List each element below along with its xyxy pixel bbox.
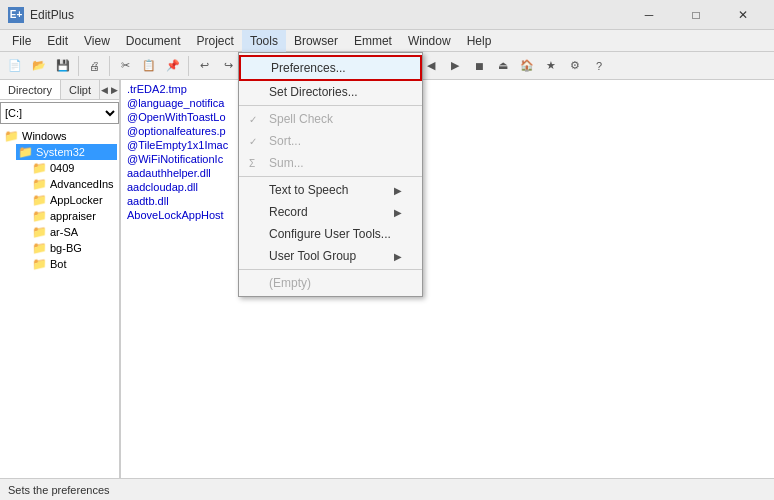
spell-check-label: Spell Check <box>269 112 333 126</box>
title-bar: E+ EditPlus ─ □ ✕ <box>0 0 774 30</box>
tree-indent-children: 📁 0409 📁 AdvancedIns 📁 AppLocker 📁 appra… <box>16 160 117 272</box>
folder-open-icon: 📁 <box>4 129 19 143</box>
window-title: EditPlus <box>30 8 74 22</box>
dropdown-sep-1 <box>239 105 422 106</box>
sidebar-scroll-right[interactable]: ▶ <box>110 80 119 100</box>
drive-selector[interactable]: [C:] <box>0 102 119 124</box>
menu-set-directories[interactable]: Set Directories... <box>239 81 422 103</box>
file-item-1[interactable]: @language_notifica <box>123 96 772 110</box>
menu-preferences[interactable]: Preferences... <box>239 55 422 81</box>
toolbar-btn-d[interactable]: ⏏ <box>492 55 514 77</box>
toolbar-save[interactable]: 💾 <box>52 55 74 77</box>
toolbar-btn-c[interactable]: ⏹ <box>468 55 490 77</box>
empty-label: (Empty) <box>269 276 311 290</box>
sort-icon: ✓ <box>249 136 257 147</box>
sidebar: Directory Clipt ◀ ▶ [C:] 📁 Windows 📁 Sys… <box>0 80 120 478</box>
menu-browser[interactable]: Browser <box>286 30 346 52</box>
folder-icon-appraiser: 📁 <box>32 209 47 223</box>
tree-item-ar-sa[interactable]: 📁 ar-SA <box>30 224 117 240</box>
file-list: .trEDA2.tmp @language_notifica @OpenWith… <box>120 80 774 478</box>
sidebar-scroll-left[interactable]: ◀ <box>100 80 109 100</box>
toolbar-btn-a[interactable]: ◀ <box>420 55 442 77</box>
toolbar-cut[interactable]: ✂ <box>114 55 136 77</box>
menu-window[interactable]: Window <box>400 30 459 52</box>
folder-icon-app: 📁 <box>32 193 47 207</box>
menu-spell-check: ✓ Spell Check <box>239 108 422 130</box>
minimize-button[interactable]: ─ <box>626 0 672 30</box>
record-label: Record <box>269 205 308 219</box>
menu-record[interactable]: Record ▶ <box>239 201 422 223</box>
file-item-2[interactable]: @OpenWithToastLo <box>123 110 772 124</box>
sum-label: Sum... <box>269 156 304 170</box>
preferences-label: Preferences... <box>271 61 346 75</box>
tts-label: Text to Speech <box>269 183 348 197</box>
menu-view[interactable]: View <box>76 30 118 52</box>
menu-project[interactable]: Project <box>189 30 242 52</box>
sort-label: Sort... <box>269 134 301 148</box>
window-controls: ─ □ ✕ <box>626 0 766 30</box>
sidebar-tab-clipt[interactable]: Clipt <box>61 80 100 99</box>
toolbar-paste[interactable]: 📌 <box>162 55 184 77</box>
toolbar-btn-f[interactable]: ★ <box>540 55 562 77</box>
tree-item-windows[interactable]: 📁 Windows <box>2 128 117 144</box>
file-item-6[interactable]: aadauthhelper.dll <box>123 166 772 180</box>
toolbar-new[interactable]: 📄 <box>4 55 26 77</box>
file-item-7[interactable]: aadcloudap.dll <box>123 180 772 194</box>
file-item-9[interactable]: AboveLockAppHost <box>123 208 772 222</box>
status-text: Sets the preferences <box>8 484 110 496</box>
folder-icon-0409: 📁 <box>32 161 47 175</box>
tree-indent-system32: 📁 System32 📁 0409 📁 AdvancedIns 📁 AppLoc… <box>2 144 117 272</box>
toolbar-btn-e[interactable]: 🏠 <box>516 55 538 77</box>
close-button[interactable]: ✕ <box>720 0 766 30</box>
toolbar-btn-b[interactable]: ▶ <box>444 55 466 77</box>
folder-icon-bg: 📁 <box>32 241 47 255</box>
toolbar-redo[interactable]: ↪ <box>217 55 239 77</box>
tree-item-advancedins[interactable]: 📁 AdvancedIns <box>30 176 117 192</box>
toolbar-btn-g[interactable]: ⚙ <box>564 55 586 77</box>
file-item-0[interactable]: .trEDA2.tmp <box>123 82 772 96</box>
toolbar-copy[interactable]: 📋 <box>138 55 160 77</box>
menu-help[interactable]: Help <box>459 30 500 52</box>
toolbar-open[interactable]: 📂 <box>28 55 50 77</box>
file-item-8[interactable]: aadtb.dll <box>123 194 772 208</box>
set-directories-label: Set Directories... <box>269 85 358 99</box>
menu-tools[interactable]: Tools <box>242 30 286 52</box>
menu-edit[interactable]: Edit <box>39 30 76 52</box>
tree-item-bot[interactable]: 📁 Bot <box>30 256 117 272</box>
toolbar-btn-h[interactable]: ? <box>588 55 610 77</box>
user-group-arrow: ▶ <box>394 251 402 262</box>
file-item-3[interactable]: @optionalfeatures.p <box>123 124 772 138</box>
tts-arrow: ▶ <box>394 185 402 196</box>
app-icon-text: E+ <box>10 9 23 20</box>
menu-empty: (Empty) <box>239 272 422 294</box>
sidebar-tab-directory[interactable]: Directory <box>0 80 61 99</box>
sum-icon: Σ <box>249 158 255 169</box>
menu-file[interactable]: File <box>4 30 39 52</box>
tree-item-0409[interactable]: 📁 0409 <box>30 160 117 176</box>
toolbar-sep-3 <box>188 56 189 76</box>
toolbar-sep-2 <box>109 56 110 76</box>
menu-document[interactable]: Document <box>118 30 189 52</box>
menu-sum: Σ Sum... <box>239 152 422 174</box>
tree-item-system32[interactable]: 📁 System32 <box>16 144 117 160</box>
tree-item-appraiser[interactable]: 📁 appraiser <box>30 208 117 224</box>
file-item-5[interactable]: @WiFiNotificationIc <box>123 152 772 166</box>
menu-configure-user-tools[interactable]: Configure User Tools... <box>239 223 422 245</box>
dropdown-sep-3 <box>239 269 422 270</box>
menu-emmet[interactable]: Emmet <box>346 30 400 52</box>
tree-item-applocker[interactable]: 📁 AppLocker <box>30 192 117 208</box>
file-item-4[interactable]: @TileEmpty1x1Imac <box>123 138 772 152</box>
user-tool-group-label: User Tool Group <box>269 249 356 263</box>
menu-sort: ✓ Sort... <box>239 130 422 152</box>
folder-icon-adv: 📁 <box>32 177 47 191</box>
tree-item-bg-bg[interactable]: 📁 bg-BG <box>30 240 117 256</box>
maximize-button[interactable]: □ <box>673 0 719 30</box>
folder-icon-ar: 📁 <box>32 225 47 239</box>
dropdown-sep-2 <box>239 176 422 177</box>
menu-user-tool-group[interactable]: User Tool Group ▶ <box>239 245 422 267</box>
toolbar-undo[interactable]: ↩ <box>193 55 215 77</box>
status-bar: Sets the preferences <box>0 478 774 500</box>
folder-icon-system32: 📁 <box>18 145 33 159</box>
menu-text-to-speech[interactable]: Text to Speech ▶ <box>239 179 422 201</box>
toolbar-print[interactable]: 🖨 <box>83 55 105 77</box>
